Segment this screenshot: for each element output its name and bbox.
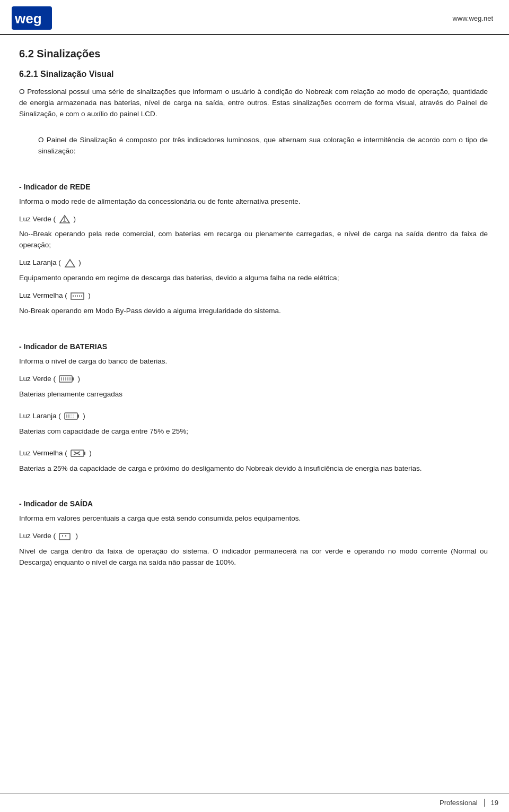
bat-laranja-header-text: Luz Laranja ( <box>19 412 63 420</box>
page-header: weg www.weg.net <box>0 0 509 35</box>
rede-verde-header-end: ) <box>74 215 76 223</box>
saida-verde-header-text: Luz Verde ( <box>19 532 58 540</box>
bat-laranja-text: Baterias com capacidade de carga entre 7… <box>19 426 488 437</box>
rede-vermelha-header-text: Luz Vermelha ( <box>19 291 69 299</box>
panel-paragraph: O Painel de Sinalização é composto por t… <box>38 135 488 157</box>
main-content: 6.2 Sinalizações 6.2.1 Sinalização Visua… <box>0 35 509 617</box>
svg-marker-5 <box>65 260 75 267</box>
page-footer: Professional 19 <box>0 793 509 812</box>
weg-logo: weg <box>11 5 53 31</box>
saida-verde-header-end: ) <box>76 532 78 540</box>
rede-laranja-line: Luz Laranja ( ) <box>19 257 488 269</box>
bat-vermelha-line: Luz Vermelha ( ) <box>19 448 488 459</box>
svg-text:weg: weg <box>14 11 42 27</box>
svg-rect-26 <box>84 452 85 455</box>
footer-page-number: 19 <box>485 799 498 807</box>
bat-vermelha-icon <box>71 448 86 458</box>
rede-vermelha-header-end: ) <box>88 291 91 299</box>
bat-verde-icon <box>59 374 75 384</box>
rede-vermelha-text: No-Break operando em Modo By-Pass devido… <box>19 306 488 317</box>
saida-info: Informa em valores percentuais a carga q… <box>19 513 488 524</box>
rede-laranja-header-end: ) <box>78 258 81 266</box>
bat-vermelha-header-end: ) <box>89 449 92 457</box>
baterias-label: - Indicador de BATERIAS <box>19 342 488 351</box>
bat-laranja-header-end: ) <box>83 412 85 420</box>
rede-vermelha-icon <box>71 292 85 300</box>
rede-vermelha-line: Luz Vermelha ( ) <box>19 290 488 301</box>
rede-label: - Indicador de REDE <box>19 183 488 191</box>
website-url: www.weg.net <box>452 14 493 22</box>
bat-verde-line: Luz Verde ( ) <box>19 374 488 385</box>
bat-verde-header-end: ) <box>78 375 81 383</box>
rede-laranja-icon <box>64 258 76 268</box>
rede-laranja-text: Equipamento operando em regime de descar… <box>19 273 488 284</box>
svg-rect-20 <box>77 414 79 418</box>
bat-laranja-line: Luz Laranja ( ) <box>19 411 488 422</box>
bat-verde-text: Baterias plenamente carregadas <box>19 389 488 400</box>
subsection-title: 6.2.1 Sinalização Visual <box>19 70 488 79</box>
footer-label: Professional <box>440 799 485 807</box>
rede-info: Informa o modo rede de alimentação da co… <box>19 196 488 208</box>
bat-vermelha-header-text: Luz Vermelha ( <box>19 449 69 457</box>
rede-verde-line: Luz Verde ( ) <box>19 214 488 225</box>
bat-laranja-icon <box>64 411 80 421</box>
svg-rect-13 <box>72 377 74 381</box>
saida-verde-text: Nível de carga dentro da faixa de operaç… <box>19 546 488 568</box>
saida-verde-icon <box>59 532 73 541</box>
svg-rect-29 <box>59 533 70 540</box>
rede-verde-header-text: Luz Verde ( <box>19 215 58 223</box>
baterias-info: Informa o nível de carga do banco de bat… <box>19 356 488 367</box>
intro-paragraph: O Professional possui uma série de sinal… <box>19 87 488 120</box>
footer-content: Professional 19 <box>440 799 498 807</box>
bat-vermelha-text: Baterias a 25% da capacidade de carga e … <box>19 463 488 474</box>
bat-verde-header-text: Luz Verde ( <box>19 375 58 383</box>
saida-verde-line: Luz Verde ( ) <box>19 531 488 542</box>
rede-verde-text: No--Break operando pela rede comercial, … <box>19 229 488 251</box>
rede-laranja-header-text: Luz Laranja ( <box>19 258 63 266</box>
saida-label: - Indicador de SAÍDA <box>19 499 488 508</box>
rede-verde-icon <box>59 214 71 224</box>
section-title: 6.2 Sinalizações <box>19 48 488 60</box>
